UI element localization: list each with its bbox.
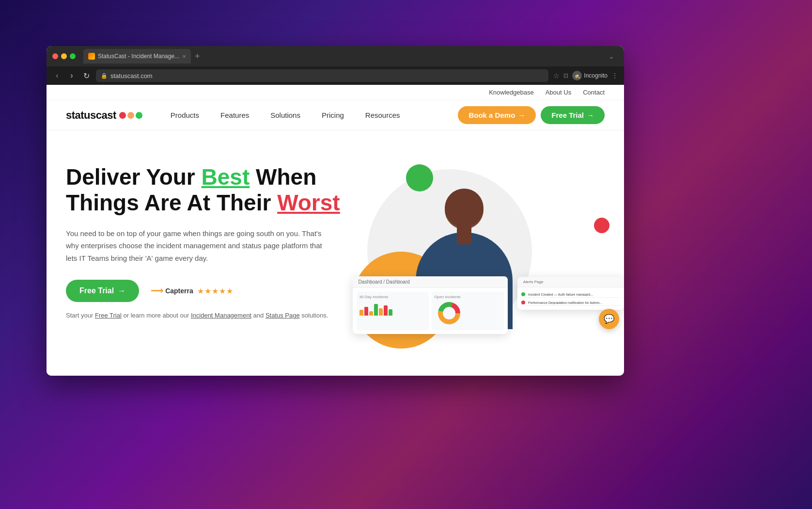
cast-icon[interactable]: ⊡ xyxy=(563,72,568,79)
browser-window: StatusCast - Incident Manage... ✕ + ⌄ ‹ … xyxy=(47,46,624,376)
new-tab-button[interactable]: + xyxy=(195,51,200,62)
hero-description: You need to be on top of your game when … xyxy=(66,227,328,265)
incognito-label: Incognito xyxy=(584,72,608,79)
bar-6 xyxy=(384,305,388,316)
second-dashboard: Alerts Page Incident Created — Auth fail… xyxy=(517,277,624,310)
knowledgebase-link[interactable]: Knowledgebase xyxy=(489,89,534,96)
capterra-arrow-icon: ⟶ xyxy=(151,286,163,296)
logo[interactable]: statuscast xyxy=(66,109,142,122)
hero-actions: Free Trial → ⟶ Capterra ★★★★★ xyxy=(66,280,362,302)
website-content: Knowledgebase About Us Contact statuscas… xyxy=(47,85,624,376)
bar-3 xyxy=(369,311,373,316)
capterra-label: Capterra xyxy=(165,287,193,295)
back-button[interactable]: ‹ xyxy=(52,71,62,80)
traffic-lights xyxy=(52,53,76,59)
about-us-link[interactable]: About Us xyxy=(546,89,571,96)
second-dashboard-body: Incident Created — Auth failure managed.… xyxy=(517,287,624,310)
lock-icon: 🔒 xyxy=(101,73,108,79)
bar-1 xyxy=(359,310,363,316)
logo-text: statuscast xyxy=(66,109,116,122)
nav-pricing[interactable]: Pricing xyxy=(313,107,353,123)
status-dot-red xyxy=(521,301,525,304)
book-demo-arrow: → xyxy=(518,111,525,119)
chat-widget[interactable]: 💬 xyxy=(599,309,619,329)
bar-5 xyxy=(379,308,383,316)
contact-link[interactable]: Contact xyxy=(583,89,605,96)
logo-dots xyxy=(119,112,142,119)
hero-free-trial-label: Free Trial xyxy=(79,286,114,295)
footer-status-link[interactable]: Status Page xyxy=(265,312,300,319)
deco-circle-green xyxy=(406,164,433,191)
nav-resources[interactable]: Resources xyxy=(357,107,409,123)
hero-section: Deliver Your Best When Things Are At The… xyxy=(47,130,624,368)
hero-title-worst: Worst xyxy=(277,190,340,215)
donut-chart xyxy=(435,301,464,325)
book-demo-label: Book a Demo xyxy=(468,111,515,119)
hero-title-part1: Deliver Your xyxy=(66,164,202,190)
url-text: statuscast.com xyxy=(110,72,153,80)
incognito-badge: 🕵 Incognito xyxy=(572,71,608,80)
bar-7 xyxy=(389,309,392,316)
refresh-button[interactable]: ↻ xyxy=(81,71,91,80)
incident-row-1: Incident Created — Auth failure managed.… xyxy=(521,291,620,298)
url-field[interactable]: 🔒 statuscast.com xyxy=(96,69,548,82)
hero-title-best: Best xyxy=(202,164,250,190)
card-title-incidents: 30 Day Incidents xyxy=(359,295,426,299)
footer-free-trial-link[interactable]: Free Trial xyxy=(95,312,122,319)
tab-title: StatusCast - Incident Manage... xyxy=(98,53,179,60)
incident-text-2: Performance Degradation notification for… xyxy=(528,301,620,304)
active-tab[interactable]: StatusCast - Incident Manage... ✕ xyxy=(83,49,191,64)
footer-incident-link[interactable]: Incident Management xyxy=(191,312,251,319)
capterra-badge: ⟶ Capterra ★★★★★ xyxy=(151,286,234,296)
status-dot-green xyxy=(521,292,525,296)
minimize-button[interactable] xyxy=(61,53,67,59)
tab-bar: StatusCast - Incident Manage... ✕ + xyxy=(83,46,200,66)
incident-row-2: Performance Degradation notification for… xyxy=(521,300,620,306)
mockup-card-incidents: 30 Day Incidents xyxy=(357,292,429,330)
free-trial-label: Free Trial xyxy=(551,111,584,119)
mockup-header: Dashboard / Dashboard xyxy=(353,276,508,288)
forward-button[interactable]: › xyxy=(67,71,77,80)
book-demo-button[interactable]: Book a Demo → xyxy=(458,106,536,124)
main-nav: statuscast Products Features Solutions P… xyxy=(47,100,624,130)
hero-content: Deliver Your Best When Things Are At The… xyxy=(66,155,362,319)
hero-title-part2: When xyxy=(250,164,316,190)
bar-2 xyxy=(364,307,368,316)
hero-footer-text: Start your Free Trial or learn more abou… xyxy=(66,312,362,319)
person-head xyxy=(445,189,484,227)
dashboard-mockup: Dashboard / Dashboard 30 Day Incidents xyxy=(353,276,508,334)
logo-dot-green xyxy=(136,112,142,119)
bookmark-icon[interactable]: ☆ xyxy=(553,72,560,80)
logo-dot-orange xyxy=(127,112,134,119)
hero-free-trial-arrow: → xyxy=(118,286,125,295)
more-options-icon[interactable]: ⋮ xyxy=(611,72,618,80)
bar-4 xyxy=(374,304,378,316)
logo-dot-red xyxy=(119,112,126,119)
second-dashboard-header: Alerts Page xyxy=(517,277,624,287)
nav-actions: Book a Demo → Free Trial → xyxy=(458,106,605,124)
chat-icon: 💬 xyxy=(604,314,614,324)
utility-nav: Knowledgebase About Us Contact xyxy=(47,85,624,100)
window-expand-icon[interactable]: ⌄ xyxy=(609,52,614,60)
fullscreen-button[interactable] xyxy=(70,53,76,59)
nav-products[interactable]: Products xyxy=(162,107,208,123)
nav-solutions[interactable]: Solutions xyxy=(262,107,309,123)
tab-close-icon[interactable]: ✕ xyxy=(182,54,186,59)
capterra-logo: ⟶ Capterra xyxy=(151,286,193,296)
hero-visual: Dashboard / Dashboard 30 Day Incidents xyxy=(362,155,605,349)
nav-features[interactable]: Features xyxy=(212,107,258,123)
nav-links: Products Features Solutions Pricing Reso… xyxy=(162,107,458,123)
hero-title: Deliver Your Best When Things Are At The… xyxy=(66,164,362,216)
titlebar: StatusCast - Incident Manage... ✕ + ⌄ xyxy=(47,46,624,66)
mockup-body: 30 Day Incidents xyxy=(353,288,508,334)
tab-favicon xyxy=(88,53,95,60)
free-trial-arrow: → xyxy=(587,111,594,119)
hero-free-trial-button[interactable]: Free Trial → xyxy=(66,280,139,302)
close-button[interactable] xyxy=(52,53,58,59)
bar-chart xyxy=(359,301,426,316)
address-actions: ☆ ⊡ 🕵 Incognito ⋮ xyxy=(553,71,618,80)
deco-circle-red xyxy=(594,218,609,233)
free-trial-button[interactable]: Free Trial → xyxy=(541,106,605,124)
incognito-icon: 🕵 xyxy=(572,71,582,80)
person-neck xyxy=(457,225,471,244)
